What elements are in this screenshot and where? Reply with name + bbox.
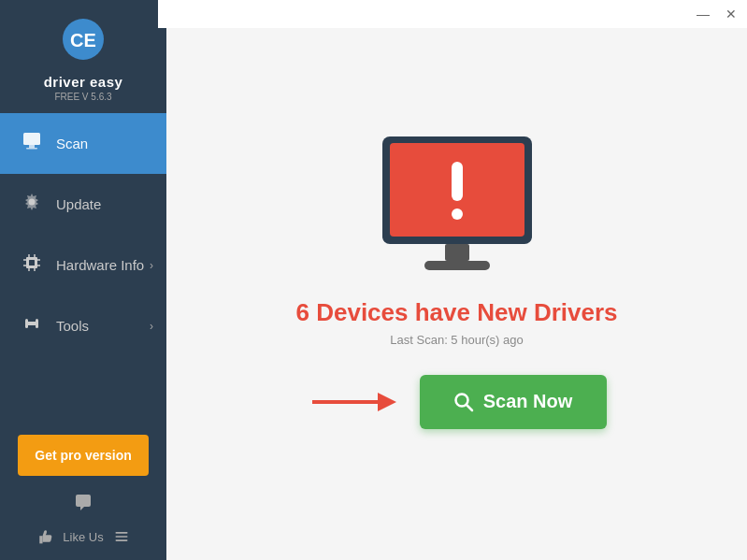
svg-rect-20 xyxy=(115,536,127,538)
list-icon xyxy=(113,528,130,545)
alert-text: 6 Devices have New Drivers xyxy=(296,298,618,327)
svg-rect-26 xyxy=(445,244,469,261)
app-version: FREE V 5.6.3 xyxy=(54,92,111,102)
sidebar-item-update[interactable]: Update xyxy=(0,174,166,235)
minimize-button[interactable]: — xyxy=(695,6,711,22)
chip-icon xyxy=(21,252,43,278)
tools-chevron: › xyxy=(150,320,153,333)
logo-area: CE driver easy FREE V 5.6.3 xyxy=(0,0,166,113)
thumbs-up-icon xyxy=(36,528,53,545)
svg-rect-21 xyxy=(115,539,127,541)
like-us-row[interactable]: Like Us xyxy=(36,523,129,551)
nav-items: Scan Update xyxy=(0,113,166,435)
svg-rect-4 xyxy=(26,148,37,150)
sidebar-item-tools-label: Tools xyxy=(56,318,89,334)
svg-rect-7 xyxy=(29,260,35,266)
bottom-icons: Like Us xyxy=(0,487,166,560)
main-content: 6 Devices have New Drivers Last Scan: 5 … xyxy=(166,0,747,560)
svg-rect-17 xyxy=(25,319,28,328)
scan-now-row: Scan Now xyxy=(308,375,607,429)
sidebar-item-scan-label: Scan xyxy=(56,136,88,151)
svg-rect-24 xyxy=(452,162,463,201)
chat-icon-row[interactable] xyxy=(73,487,93,519)
svg-line-31 xyxy=(467,405,472,410)
close-button[interactable]: ✕ xyxy=(723,6,740,22)
wrench-icon xyxy=(21,313,43,338)
chat-icon xyxy=(73,493,93,513)
sidebar-item-scan[interactable]: Scan xyxy=(0,113,166,174)
titlebar: — ✕ xyxy=(158,0,747,28)
alert-monitor xyxy=(364,132,551,281)
scan-now-label: Scan Now xyxy=(483,391,573,412)
svg-rect-18 xyxy=(36,319,38,328)
arrow-icon xyxy=(308,383,401,421)
svg-rect-25 xyxy=(452,208,463,220)
monitor-icon xyxy=(21,131,43,156)
sidebar-item-hardware-info[interactable]: Hardware Info › xyxy=(0,235,166,295)
like-us-label: Like Us xyxy=(63,530,103,544)
last-scan-text: Last Scan: 5 hour(s) ago xyxy=(390,333,523,347)
svg-rect-2 xyxy=(23,133,40,145)
get-pro-button[interactable]: Get pro version xyxy=(18,435,149,476)
app-title: driver easy xyxy=(44,74,123,90)
gear-icon xyxy=(21,192,43,217)
search-icon xyxy=(453,392,474,412)
hardware-info-chevron: › xyxy=(150,259,153,272)
svg-rect-19 xyxy=(115,532,127,534)
svg-rect-27 xyxy=(424,261,490,270)
sidebar-item-update-label: Update xyxy=(56,196,101,212)
sidebar-item-hardware-info-label: Hardware Info xyxy=(56,257,144,273)
app-logo: CE xyxy=(55,17,111,68)
arrow-container xyxy=(308,383,401,421)
sidebar: CE driver easy FREE V 5.6.3 Scan xyxy=(0,0,166,560)
svg-rect-3 xyxy=(29,145,35,148)
sidebar-item-tools[interactable]: Tools › xyxy=(0,295,166,356)
monitor-svg xyxy=(364,132,551,281)
get-pro-label: Get pro version xyxy=(35,448,131,463)
svg-text:CE: CE xyxy=(70,30,96,50)
svg-marker-29 xyxy=(378,393,396,411)
scan-now-button[interactable]: Scan Now xyxy=(420,375,607,429)
